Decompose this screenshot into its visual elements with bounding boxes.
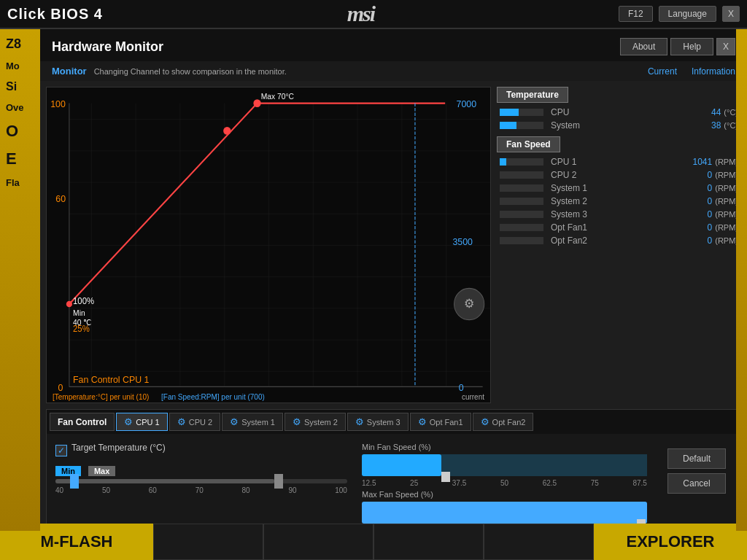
fan-tab-optfan2-label: Opt Fan2 — [492, 418, 526, 427]
cancel-button[interactable]: Cancel — [667, 473, 726, 494]
target-temp-label: Target Temperature (°C) — [71, 443, 166, 453]
fan-tab-cpu2-label: CPU 2 — [189, 418, 212, 427]
system-temp-row: System 38 (°C) — [497, 120, 741, 131]
fan-tab-optfan1[interactable]: ⚙ Opt Fan1 — [410, 413, 471, 431]
sys3-fan-unit: (RPM) — [715, 210, 738, 219]
cpu1-fan-label: CPU 1 — [551, 157, 595, 167]
fan-icon-sys1: ⚙ — [230, 416, 239, 427]
svg-text:25%: 25% — [73, 324, 90, 333]
about-button[interactable]: About — [620, 38, 667, 55]
sidebar-item-mo[interactable]: Mo — [0, 56, 40, 76]
min-speed-fill — [362, 454, 441, 476]
top-close-button[interactable]: X — [722, 6, 740, 22]
svg-text:0: 0 — [58, 383, 63, 393]
fan-chart[interactable]: 100 60 0 7000 3500 0 ⚙ — [46, 87, 491, 403]
sys1-fan-label: System 1 — [551, 183, 595, 193]
cpu-temp-bar — [500, 109, 543, 116]
temp-slider-track[interactable] — [55, 479, 347, 483]
optfan2-label: Opt Fan2 — [551, 236, 595, 246]
fan-tab-optfan1-label: Opt Fan1 — [430, 418, 463, 427]
monitor-label[interactable]: Monitor — [52, 66, 87, 77]
left-sidebar: Z8 Mo Si Ove O E Fla — [0, 29, 40, 531]
checkbox-check: ✓ — [58, 446, 65, 456]
sidebar-item-z8[interactable]: Z8 — [0, 32, 40, 56]
cpu2-fan-value: 0 — [708, 170, 713, 180]
temp-slider-container[interactable]: Min Max 40 50 60 70 80 90 — [55, 466, 347, 494]
hw-close-button[interactable]: X — [716, 38, 735, 55]
sensor-panel: Temperature CPU 44 (°C) System 38 — [497, 81, 747, 409]
sidebar-item-o[interactable]: O — [0, 117, 40, 145]
chart-inner: 100 60 0 7000 3500 0 ⚙ — [47, 88, 490, 402]
sys2-fan-label: System 2 — [551, 196, 595, 206]
svg-text:100%: 100% — [73, 296, 94, 306]
main-content: Hardware Monitor About Help X Monitor Ch… — [40, 29, 747, 560]
fan-tab-optfan2[interactable]: ⚙ Opt Fan2 — [473, 413, 534, 431]
language-button[interactable]: Language — [659, 6, 716, 22]
optfan2-value: 0 — [708, 236, 713, 246]
system-temp-bar — [500, 122, 543, 129]
help-button[interactable]: Help — [670, 38, 713, 55]
bottom-item-2[interactable] — [153, 524, 263, 560]
bottom-navigation-bar: M-FLASH EXPLORER — [0, 524, 747, 560]
optfan1-row: Opt Fan1 0 (RPM) — [497, 222, 741, 233]
sys2-fan-unit: (RPM) — [715, 197, 738, 206]
svg-rect-0 — [69, 104, 490, 387]
fan-tab-sys3[interactable]: ⚙ System 3 — [347, 413, 409, 431]
optfan2-row: Opt Fan2 0 (RPM) — [497, 236, 741, 246]
top-right-controls: F12 Language X — [619, 6, 740, 22]
sidebar-item-si[interactable]: Si — [0, 76, 40, 98]
bottom-explorer[interactable]: EXPLORER — [594, 524, 747, 560]
default-button[interactable]: Default — [667, 448, 726, 469]
fan-tab-sys1-label: System 1 — [241, 418, 275, 427]
optfan1-label: Opt Fan1 — [551, 222, 595, 233]
sidebar-item-e[interactable]: E — [0, 145, 40, 173]
svg-text:100: 100 — [50, 99, 66, 109]
information-label[interactable]: Information — [692, 66, 735, 77]
body-row: 100 60 0 7000 3500 0 ⚙ — [40, 81, 747, 409]
svg-text:⚙: ⚙ — [464, 297, 475, 311]
min-speed-thumb[interactable] — [441, 472, 450, 482]
cpu1-fan-unit: (RPM) — [715, 158, 738, 166]
target-temp-checkbox[interactable]: ✓ — [55, 445, 67, 456]
temp-slider-labels: 40 50 60 70 80 90 100 — [55, 486, 347, 494]
sys1-fan-bar — [500, 184, 543, 192]
fan-tab-sys3-label: System 3 — [367, 418, 400, 427]
sys3-fan-label: System 3 — [551, 209, 595, 219]
temp-max-thumb[interactable] — [274, 474, 283, 489]
temperature-badge: Temperature — [497, 87, 568, 103]
min-speed-track[interactable] — [362, 454, 647, 476]
svg-text:7000: 7000 — [457, 99, 476, 109]
hw-monitor-title: Hardware Monitor — [52, 39, 163, 55]
fan-tab-cpu1[interactable]: ⚙ CPU 1 — [116, 413, 167, 431]
sidebar-item-ove[interactable]: Ove — [0, 98, 40, 117]
fan-icon-sys2: ⚙ — [293, 416, 301, 427]
monitor-description: Changing Channel to show comparison in t… — [94, 67, 287, 76]
sys3-fan-value: 0 — [708, 209, 713, 219]
fan-tab-cpu2[interactable]: ⚙ CPU 2 — [169, 413, 220, 431]
fan-control-text: Fan Control — [58, 417, 107, 427]
bottom-item-5[interactable] — [484, 524, 594, 560]
temp-min-thumb[interactable] — [70, 474, 79, 489]
optfan2-unit: (RPM) — [715, 236, 738, 245]
app-title: Click BIOS 4 — [7, 6, 103, 23]
fan-icon-cpu1: ⚙ — [124, 416, 133, 427]
max-speed-track[interactable] — [362, 502, 647, 524]
sidebar-item-fla[interactable]: Fla — [0, 173, 40, 192]
system-temp-value: 38 — [711, 120, 721, 131]
bottom-item-4[interactable] — [374, 524, 484, 560]
monitor-bar: Monitor Changing Channel to show compari… — [40, 61, 747, 81]
optfan1-unit: (RPM) — [715, 223, 738, 232]
min-speed-empty — [441, 454, 646, 476]
current-label[interactable]: Current — [648, 66, 677, 77]
fan-icon-cpu2: ⚙ — [177, 416, 186, 427]
cpu1-fan-bar-fill — [500, 158, 506, 166]
sys2-fan-value: 0 — [708, 196, 713, 206]
max-badge: Max — [88, 466, 115, 476]
cpu-temp-value: 44 — [711, 107, 721, 117]
f12-button[interactable]: F12 — [619, 6, 653, 22]
bottom-item-3[interactable] — [263, 524, 374, 560]
target-temp-checkbox-row: ✓ Target Temperature (°C) — [55, 443, 347, 459]
fan-tab-sys1[interactable]: ⚙ System 1 — [222, 413, 283, 431]
cpu1-fan-bar — [500, 158, 543, 166]
fan-tab-sys2[interactable]: ⚙ System 2 — [285, 413, 346, 431]
